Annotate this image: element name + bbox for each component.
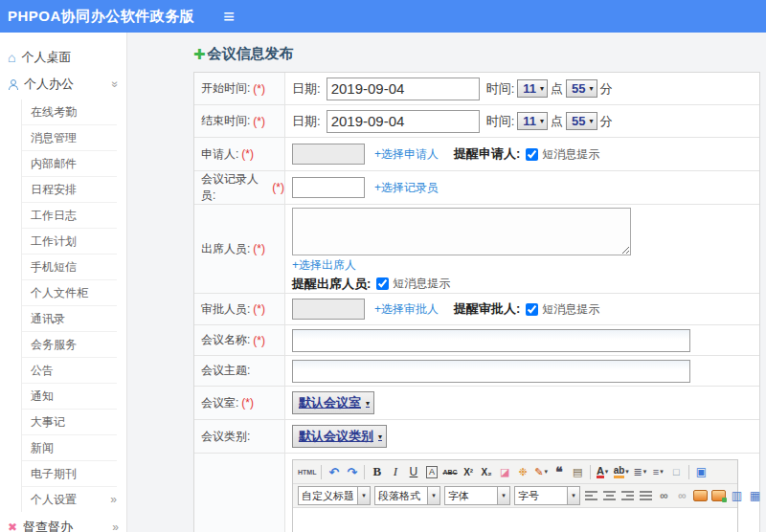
- hour-unit-label: 点: [551, 80, 563, 98]
- sidebar-item[interactable]: 手机短信: [22, 254, 117, 279]
- highlight-color-icon[interactable]: ab▾: [613, 463, 630, 480]
- sidebar-item[interactable]: 工作日志: [22, 202, 117, 228]
- meeting-room-select[interactable]: 默认会议室▾: [292, 391, 374, 414]
- superscript-icon[interactable]: X²: [461, 463, 477, 480]
- sidebar-item[interactable]: 通知: [22, 383, 117, 409]
- choose-attendees-link[interactable]: +选择出席人: [292, 257, 356, 274]
- unordered-list-icon[interactable]: ≡▾: [650, 463, 666, 480]
- link-icon[interactable]: ∞: [656, 487, 672, 504]
- sidebar-item[interactable]: 日程安排: [22, 176, 117, 202]
- sidebar-item[interactable]: 内部邮件: [22, 150, 117, 176]
- bold-icon[interactable]: B: [369, 463, 385, 480]
- align-justify-icon[interactable]: [638, 487, 654, 504]
- attendees-sms-checkbox[interactable]: [376, 277, 389, 290]
- end-hour-select[interactable]: 11▾: [517, 112, 548, 130]
- blockquote-icon[interactable]: ❝: [552, 463, 568, 480]
- sidebar-item[interactable]: 通讯录: [22, 305, 117, 331]
- font-style-icon[interactable]: A: [423, 463, 439, 480]
- app-title: PHPOA协同办公软件政务版: [0, 8, 194, 26]
- sidebar-item-personal-office[interactable]: 个人办公 »: [0, 71, 126, 98]
- sidebar-item[interactable]: 公告: [22, 357, 117, 383]
- sidebar-item-label: 在线考勤: [31, 100, 117, 124]
- start-time-label: 开始时间:: [201, 80, 250, 97]
- sidebar-item[interactable]: 电子期刊: [22, 460, 117, 486]
- meeting-category-select[interactable]: 默认会议类别▾: [292, 425, 387, 448]
- required-mark: (*): [241, 396, 254, 410]
- sidebar-item-label: 日程安排: [31, 177, 117, 202]
- subscript-icon[interactable]: X₂: [479, 463, 495, 480]
- end-date-input[interactable]: [327, 110, 480, 133]
- remove-format-icon[interactable]: ◪: [497, 463, 513, 480]
- dropdown-arrow-icon: ▾: [589, 117, 593, 125]
- sidebar-item[interactable]: 个人文件柜: [22, 279, 117, 305]
- required-mark: (*): [253, 242, 265, 255]
- sms-label: 短消息提示: [542, 146, 599, 163]
- strikethrough-icon[interactable]: ABC: [441, 463, 458, 480]
- font-family-select[interactable]: 字体▾: [444, 486, 510, 505]
- start-minute-select[interactable]: 55▾: [566, 79, 597, 98]
- font-color-icon[interactable]: A▾: [595, 463, 611, 480]
- paste-special-icon[interactable]: ▤: [570, 463, 586, 480]
- choose-approver-link[interactable]: +选择审批人: [374, 301, 439, 318]
- start-date-input[interactable]: [327, 78, 480, 100]
- undo-icon[interactable]: ↶: [326, 463, 342, 480]
- sidebar-item[interactable]: 大事记: [22, 409, 117, 434]
- applicant-sms-checkbox[interactable]: [526, 148, 538, 161]
- align-left-icon[interactable]: [583, 487, 599, 504]
- sidebar-item-personal-settings[interactable]: 个人设置»: [22, 486, 117, 512]
- minute-unit-label: 分: [600, 113, 613, 130]
- media-icon[interactable]: ▥: [729, 487, 745, 504]
- ordered-list-icon[interactable]: ≣▾: [632, 463, 648, 480]
- editor-content-area[interactable]: [293, 507, 737, 532]
- align-center-icon[interactable]: [601, 487, 618, 504]
- applicant-input[interactable]: [292, 144, 365, 165]
- sidebar-item[interactable]: 在线考勤: [22, 100, 117, 124]
- sidebar-item-label: 工作计划: [31, 229, 117, 254]
- unlink-icon[interactable]: ∞: [674, 487, 690, 504]
- meeting-topic-input[interactable]: [292, 360, 690, 383]
- hamburger-menu-icon[interactable]: ≡: [223, 7, 235, 26]
- font-size-select[interactable]: 字号▾: [514, 486, 580, 505]
- table-icon[interactable]: ▦: [747, 487, 763, 504]
- meeting-topic-label: 会议主题:: [201, 363, 250, 379]
- underline-icon[interactable]: U: [405, 463, 421, 480]
- end-minute-select[interactable]: 55▾: [566, 112, 597, 130]
- image-icon[interactable]: [692, 487, 709, 504]
- recorder-input[interactable]: [292, 177, 365, 198]
- italic-icon[interactable]: I: [387, 463, 403, 480]
- sidebar-item[interactable]: 会务服务: [22, 331, 117, 357]
- source-code-icon[interactable]: HTML: [297, 463, 317, 480]
- fullscreen-icon[interactable]: ▣: [693, 463, 710, 480]
- choose-applicant-link[interactable]: +选择申请人: [374, 146, 439, 163]
- format-brush-icon[interactable]: ❉: [515, 463, 531, 480]
- sidebar: ⌂ 个人桌面 个人办公 » 在线考勤消息管理内部邮件日程安排工作日志工作计划手机…: [0, 33, 127, 532]
- redo-icon[interactable]: ↷: [344, 463, 360, 480]
- choose-recorder-link[interactable]: +选择记录员: [374, 180, 439, 196]
- multi-image-icon[interactable]: [710, 487, 727, 504]
- recorder-label: 会议记录人员:: [201, 171, 269, 204]
- sidebar-item-supervision[interactable]: ✖ 督查督办 »: [0, 514, 126, 532]
- sidebar-item-label: 个人桌面: [21, 49, 119, 66]
- new-document-icon[interactable]: □: [668, 463, 685, 480]
- sidebar-item-label: 个人设置: [31, 487, 110, 512]
- sidebar-item[interactable]: 工作计划: [22, 228, 117, 254]
- paragraph-format-select[interactable]: 段落格式▾: [374, 486, 440, 505]
- attendees-textarea[interactable]: [292, 208, 631, 255]
- sidebar-item[interactable]: 消息管理: [22, 124, 117, 150]
- align-right-icon[interactable]: [620, 487, 636, 504]
- start-hour-select[interactable]: 11▾: [517, 79, 548, 98]
- chevron-right-icon: »: [112, 521, 119, 532]
- approver-sms-checkbox[interactable]: [526, 303, 538, 316]
- custom-heading-select[interactable]: 自定义标题▾: [298, 486, 371, 505]
- separator: [688, 465, 689, 479]
- sidebar-item[interactable]: 新闻: [22, 434, 117, 460]
- meeting-name-input[interactable]: [292, 329, 690, 352]
- user-icon: [8, 79, 18, 90]
- approver-input[interactable]: [292, 299, 365, 320]
- separator: [321, 465, 322, 479]
- sidebar-item-personal-desktop[interactable]: ⌂ 个人桌面: [0, 44, 126, 71]
- pen-color-icon[interactable]: ✎▾: [533, 463, 550, 480]
- time-label: 时间:: [486, 80, 515, 98]
- sidebar-item-label: 公告: [31, 358, 117, 383]
- sms-label: 短消息提示: [542, 301, 599, 318]
